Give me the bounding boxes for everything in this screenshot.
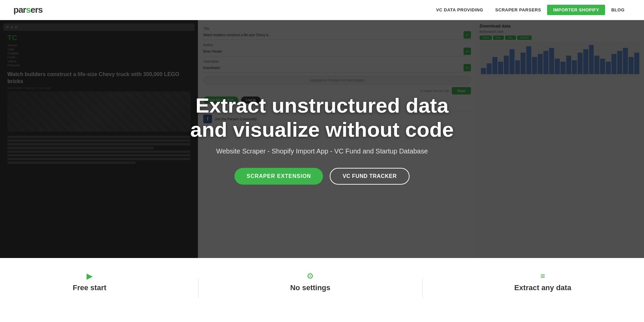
bottom-divider xyxy=(422,278,423,298)
bottom-item-extractanydata: ≡Extract any data xyxy=(514,271,571,292)
hero-subtitle: Website Scraper - Shopify Import App - V… xyxy=(216,147,428,155)
vc-fund-btn[interactable]: VC FUND TRACKER xyxy=(330,168,409,185)
nav-item-importer-shopify[interactable]: IMPORTER SHOPIFY xyxy=(547,5,605,15)
nav-item-scraper-parsers[interactable]: SCRAPER PARSERS xyxy=(489,5,547,15)
nav-item-vc-data-providing[interactable]: VC DATA PROVIDING xyxy=(430,5,489,15)
logo[interactable]: parsers xyxy=(13,5,43,15)
hero-section: TC StartupAppsGadgetsFundr...VideosPodca… xyxy=(0,20,644,258)
main-nav: VC DATA PROVIDINGSCRAPER PARSERSIMPORTER… xyxy=(430,5,631,15)
scraper-extension-btn[interactable]: SCRAPER EXTENSION xyxy=(234,168,323,185)
header: parsers VC DATA PROVIDINGSCRAPER PARSERS… xyxy=(0,0,644,20)
bottom-section: ▶Free start⚙No settings≡Extract any data xyxy=(0,258,644,312)
bottom-icon: ≡ xyxy=(540,271,545,281)
bottom-title: Extract any data xyxy=(514,283,571,292)
bottom-title: No settings xyxy=(290,283,330,292)
hero-overlay: Extract unstructured data and visualize … xyxy=(0,20,644,258)
hero-title: Extract unstructured data and visualize … xyxy=(190,93,453,141)
bottom-icon: ⚙ xyxy=(307,271,314,281)
bottom-item-nosettings: ⚙No settings xyxy=(290,271,330,292)
bottom-icon: ▶ xyxy=(87,271,93,281)
bottom-item-freestart: ▶Free start xyxy=(73,271,106,292)
hero-buttons: SCRAPER EXTENSION VC FUND TRACKER xyxy=(234,168,409,185)
bottom-divider xyxy=(198,278,199,298)
nav-item-blog[interactable]: BLOG xyxy=(605,5,631,15)
logo-area: parsers xyxy=(13,5,43,15)
bottom-title: Free start xyxy=(73,283,106,292)
